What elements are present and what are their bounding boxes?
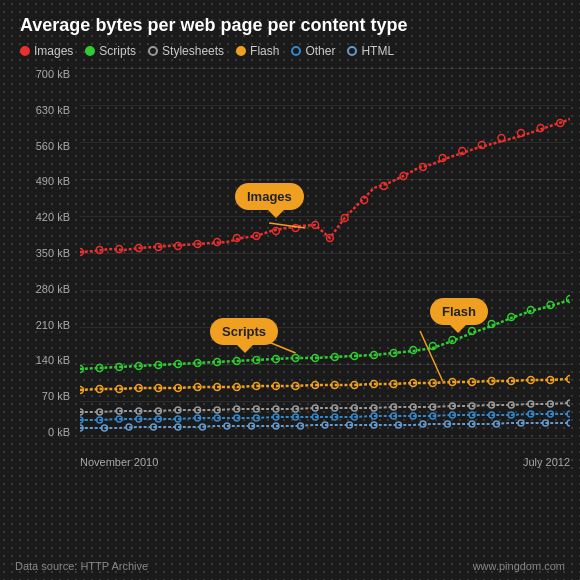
- other-line: [80, 414, 570, 420]
- legend-images: Images: [20, 44, 73, 58]
- y-700: 700 kB: [36, 68, 70, 80]
- callout-flash: Flash: [430, 298, 488, 325]
- footer-brand: www.pingdom.com: [473, 560, 565, 572]
- stylesheets-dot: [148, 46, 158, 56]
- flash-line: [80, 379, 570, 390]
- plot-area: Images Scripts Flash: [80, 68, 570, 438]
- other-dot: [291, 46, 301, 56]
- legend-html: HTML: [347, 44, 394, 58]
- images-dots: [80, 120, 564, 256]
- legend-stylesheets: Stylesheets: [148, 44, 224, 58]
- legend-html-label: HTML: [361, 44, 394, 58]
- x-label-start: November 2010: [80, 456, 158, 468]
- chart-title: Average bytes per web page per content t…: [15, 15, 565, 36]
- legend-stylesheets-label: Stylesheets: [162, 44, 224, 58]
- legend-images-label: Images: [34, 44, 73, 58]
- svg-point-77: [567, 376, 570, 383]
- x-axis: November 2010 July 2012: [80, 438, 570, 468]
- svg-point-150: [567, 420, 570, 426]
- legend-scripts: Scripts: [85, 44, 136, 58]
- html-dot: [347, 46, 357, 56]
- y-420: 420 kB: [36, 211, 70, 223]
- svg-point-103: [567, 400, 570, 406]
- legend-flash-label: Flash: [250, 44, 279, 58]
- chart-area: 700 kB 630 kB 560 kB 490 kB 420 kB 350 k…: [25, 68, 575, 468]
- y-140: 140 kB: [36, 354, 70, 366]
- scripts-dots: [80, 296, 570, 373]
- svg-point-22: [498, 135, 505, 142]
- chart-container: Average bytes per web page per content t…: [0, 0, 580, 580]
- legend-other-label: Other: [305, 44, 335, 58]
- footer-source: Data source: HTTP Archive: [15, 560, 148, 572]
- scripts-dot: [85, 46, 95, 56]
- svg-point-23: [518, 130, 525, 137]
- images-line: [80, 119, 570, 252]
- y-0: 0 kB: [48, 426, 70, 438]
- y-70: 70 kB: [42, 390, 70, 402]
- stylesheets-line: [80, 403, 570, 412]
- callout-images: Images: [235, 183, 304, 210]
- y-280: 280 kB: [36, 283, 70, 295]
- footer: Data source: HTTP Archive www.pingdom.co…: [15, 560, 565, 572]
- x-label-end: July 2012: [523, 456, 570, 468]
- flash-dot: [236, 46, 246, 56]
- legend-scripts-label: Scripts: [99, 44, 136, 58]
- legend-other: Other: [291, 44, 335, 58]
- legend-flash: Flash: [236, 44, 279, 58]
- chart-svg: [80, 68, 570, 438]
- flash-callout-line: [420, 331, 443, 381]
- callout-scripts: Scripts: [210, 318, 278, 345]
- y-350: 350 kB: [36, 247, 70, 259]
- y-490: 490 kB: [36, 175, 70, 187]
- svg-point-129: [567, 411, 570, 417]
- images-dot: [20, 46, 30, 56]
- y-axis: 700 kB 630 kB 560 kB 490 kB 420 kB 350 k…: [25, 68, 75, 438]
- y-560: 560 kB: [36, 140, 70, 152]
- y-210: 210 kB: [36, 319, 70, 331]
- legend: Images Scripts Stylesheets Flash Other H…: [15, 44, 565, 58]
- y-630: 630 kB: [36, 104, 70, 116]
- scripts-line: [80, 300, 570, 369]
